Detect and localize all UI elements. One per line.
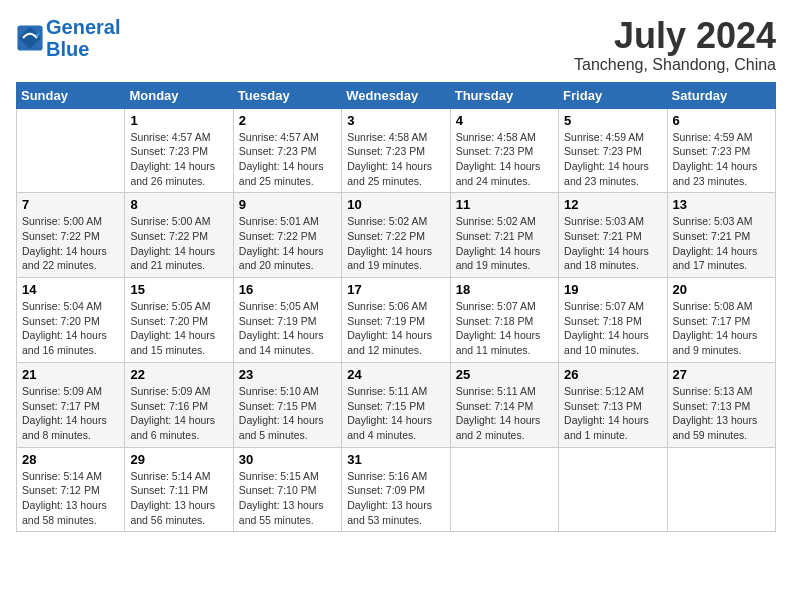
day-number: 18 <box>456 282 553 297</box>
calendar-cell: 3Sunrise: 4:58 AMSunset: 7:23 PMDaylight… <box>342 108 450 193</box>
day-info: Sunrise: 5:05 AMSunset: 7:19 PMDaylight:… <box>239 299 336 358</box>
day-number: 3 <box>347 113 444 128</box>
calendar-cell: 7Sunrise: 5:00 AMSunset: 7:22 PMDaylight… <box>17 193 125 278</box>
day-number: 21 <box>22 367 119 382</box>
calendar-cell: 29Sunrise: 5:14 AMSunset: 7:11 PMDayligh… <box>125 447 233 532</box>
calendar-cell: 19Sunrise: 5:07 AMSunset: 7:18 PMDayligh… <box>559 278 667 363</box>
calendar-cell: 25Sunrise: 5:11 AMSunset: 7:14 PMDayligh… <box>450 362 558 447</box>
day-number: 2 <box>239 113 336 128</box>
day-number: 20 <box>673 282 770 297</box>
day-number: 13 <box>673 197 770 212</box>
day-number: 11 <box>456 197 553 212</box>
day-number: 23 <box>239 367 336 382</box>
col-header-wednesday: Wednesday <box>342 82 450 108</box>
day-info: Sunrise: 5:11 AMSunset: 7:14 PMDaylight:… <box>456 384 553 443</box>
calendar-cell: 20Sunrise: 5:08 AMSunset: 7:17 PMDayligh… <box>667 278 775 363</box>
day-info: Sunrise: 4:58 AMSunset: 7:23 PMDaylight:… <box>347 130 444 189</box>
col-header-tuesday: Tuesday <box>233 82 341 108</box>
day-info: Sunrise: 4:57 AMSunset: 7:23 PMDaylight:… <box>130 130 227 189</box>
day-info: Sunrise: 5:02 AMSunset: 7:22 PMDaylight:… <box>347 214 444 273</box>
day-info: Sunrise: 4:59 AMSunset: 7:23 PMDaylight:… <box>564 130 661 189</box>
calendar-cell: 5Sunrise: 4:59 AMSunset: 7:23 PMDaylight… <box>559 108 667 193</box>
day-number: 15 <box>130 282 227 297</box>
day-number: 31 <box>347 452 444 467</box>
day-number: 5 <box>564 113 661 128</box>
day-info: Sunrise: 5:06 AMSunset: 7:19 PMDaylight:… <box>347 299 444 358</box>
calendar-cell: 16Sunrise: 5:05 AMSunset: 7:19 PMDayligh… <box>233 278 341 363</box>
calendar-cell: 31Sunrise: 5:16 AMSunset: 7:09 PMDayligh… <box>342 447 450 532</box>
week-row-5: 28Sunrise: 5:14 AMSunset: 7:12 PMDayligh… <box>17 447 776 532</box>
day-number: 6 <box>673 113 770 128</box>
day-info: Sunrise: 5:07 AMSunset: 7:18 PMDaylight:… <box>456 299 553 358</box>
day-number: 10 <box>347 197 444 212</box>
day-info: Sunrise: 5:11 AMSunset: 7:15 PMDaylight:… <box>347 384 444 443</box>
calendar-cell <box>450 447 558 532</box>
day-info: Sunrise: 5:14 AMSunset: 7:11 PMDaylight:… <box>130 469 227 528</box>
day-info: Sunrise: 5:09 AMSunset: 7:16 PMDaylight:… <box>130 384 227 443</box>
logo-line2: Blue <box>46 38 89 60</box>
day-info: Sunrise: 5:02 AMSunset: 7:21 PMDaylight:… <box>456 214 553 273</box>
week-row-2: 7Sunrise: 5:00 AMSunset: 7:22 PMDaylight… <box>17 193 776 278</box>
calendar-cell: 9Sunrise: 5:01 AMSunset: 7:22 PMDaylight… <box>233 193 341 278</box>
location-title: Tancheng, Shandong, China <box>574 56 776 74</box>
day-info: Sunrise: 5:09 AMSunset: 7:17 PMDaylight:… <box>22 384 119 443</box>
calendar-cell: 6Sunrise: 4:59 AMSunset: 7:23 PMDaylight… <box>667 108 775 193</box>
day-info: Sunrise: 5:00 AMSunset: 7:22 PMDaylight:… <box>130 214 227 273</box>
day-info: Sunrise: 5:07 AMSunset: 7:18 PMDaylight:… <box>564 299 661 358</box>
logo-line1: General <box>46 16 120 38</box>
calendar-cell: 12Sunrise: 5:03 AMSunset: 7:21 PMDayligh… <box>559 193 667 278</box>
calendar-cell: 10Sunrise: 5:02 AMSunset: 7:22 PMDayligh… <box>342 193 450 278</box>
day-number: 12 <box>564 197 661 212</box>
calendar-cell: 22Sunrise: 5:09 AMSunset: 7:16 PMDayligh… <box>125 362 233 447</box>
day-info: Sunrise: 5:15 AMSunset: 7:10 PMDaylight:… <box>239 469 336 528</box>
calendar-cell: 4Sunrise: 4:58 AMSunset: 7:23 PMDaylight… <box>450 108 558 193</box>
day-info: Sunrise: 5:13 AMSunset: 7:13 PMDaylight:… <box>673 384 770 443</box>
calendar-cell: 28Sunrise: 5:14 AMSunset: 7:12 PMDayligh… <box>17 447 125 532</box>
logo-text: General Blue <box>46 16 120 60</box>
col-header-thursday: Thursday <box>450 82 558 108</box>
calendar-cell: 13Sunrise: 5:03 AMSunset: 7:21 PMDayligh… <box>667 193 775 278</box>
day-info: Sunrise: 5:10 AMSunset: 7:15 PMDaylight:… <box>239 384 336 443</box>
day-number: 22 <box>130 367 227 382</box>
calendar-cell: 18Sunrise: 5:07 AMSunset: 7:18 PMDayligh… <box>450 278 558 363</box>
day-info: Sunrise: 5:16 AMSunset: 7:09 PMDaylight:… <box>347 469 444 528</box>
month-title: July 2024 <box>574 16 776 56</box>
logo-icon <box>16 24 44 52</box>
day-info: Sunrise: 5:08 AMSunset: 7:17 PMDaylight:… <box>673 299 770 358</box>
day-number: 28 <box>22 452 119 467</box>
calendar-cell: 14Sunrise: 5:04 AMSunset: 7:20 PMDayligh… <box>17 278 125 363</box>
day-number: 29 <box>130 452 227 467</box>
calendar-cell: 21Sunrise: 5:09 AMSunset: 7:17 PMDayligh… <box>17 362 125 447</box>
col-header-sunday: Sunday <box>17 82 125 108</box>
day-info: Sunrise: 5:03 AMSunset: 7:21 PMDaylight:… <box>673 214 770 273</box>
day-info: Sunrise: 5:04 AMSunset: 7:20 PMDaylight:… <box>22 299 119 358</box>
calendar-cell: 27Sunrise: 5:13 AMSunset: 7:13 PMDayligh… <box>667 362 775 447</box>
col-header-saturday: Saturday <box>667 82 775 108</box>
day-info: Sunrise: 5:12 AMSunset: 7:13 PMDaylight:… <box>564 384 661 443</box>
day-number: 17 <box>347 282 444 297</box>
day-info: Sunrise: 5:14 AMSunset: 7:12 PMDaylight:… <box>22 469 119 528</box>
day-number: 4 <box>456 113 553 128</box>
calendar-cell: 11Sunrise: 5:02 AMSunset: 7:21 PMDayligh… <box>450 193 558 278</box>
day-info: Sunrise: 5:05 AMSunset: 7:20 PMDaylight:… <box>130 299 227 358</box>
calendar-cell: 2Sunrise: 4:57 AMSunset: 7:23 PMDaylight… <box>233 108 341 193</box>
day-info: Sunrise: 4:58 AMSunset: 7:23 PMDaylight:… <box>456 130 553 189</box>
calendar-cell: 26Sunrise: 5:12 AMSunset: 7:13 PMDayligh… <box>559 362 667 447</box>
day-info: Sunrise: 4:57 AMSunset: 7:23 PMDaylight:… <box>239 130 336 189</box>
day-info: Sunrise: 4:59 AMSunset: 7:23 PMDaylight:… <box>673 130 770 189</box>
week-row-1: 1Sunrise: 4:57 AMSunset: 7:23 PMDaylight… <box>17 108 776 193</box>
day-info: Sunrise: 5:01 AMSunset: 7:22 PMDaylight:… <box>239 214 336 273</box>
calendar-cell: 23Sunrise: 5:10 AMSunset: 7:15 PMDayligh… <box>233 362 341 447</box>
day-number: 27 <box>673 367 770 382</box>
day-number: 1 <box>130 113 227 128</box>
calendar-cell <box>17 108 125 193</box>
calendar-cell: 30Sunrise: 5:15 AMSunset: 7:10 PMDayligh… <box>233 447 341 532</box>
week-row-3: 14Sunrise: 5:04 AMSunset: 7:20 PMDayligh… <box>17 278 776 363</box>
logo: General Blue <box>16 16 120 60</box>
col-header-monday: Monday <box>125 82 233 108</box>
calendar-cell <box>559 447 667 532</box>
calendar-table: SundayMondayTuesdayWednesdayThursdayFrid… <box>16 82 776 533</box>
day-number: 25 <box>456 367 553 382</box>
calendar-cell: 24Sunrise: 5:11 AMSunset: 7:15 PMDayligh… <box>342 362 450 447</box>
title-block: July 2024 Tancheng, Shandong, China <box>574 16 776 74</box>
